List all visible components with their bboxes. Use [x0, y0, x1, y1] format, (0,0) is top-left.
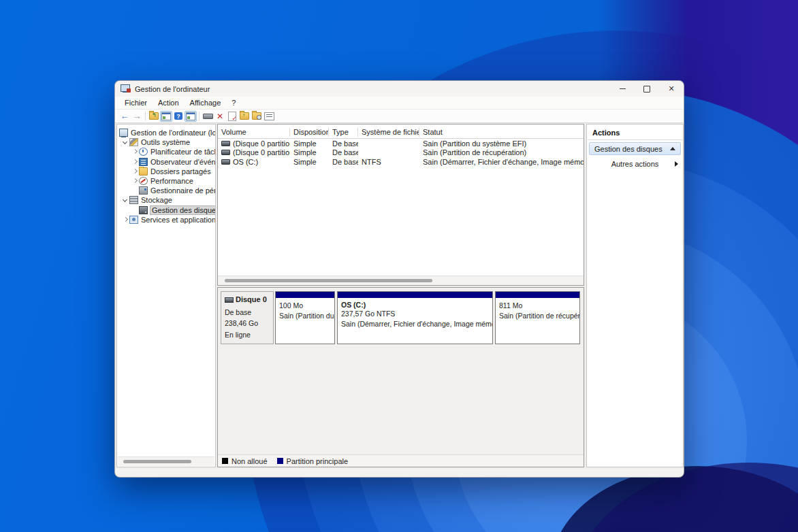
disk-name: Disque 0 — [236, 294, 267, 305]
services-icon — [129, 216, 138, 224]
menu-action[interactable]: Action — [153, 98, 185, 107]
collapse-icon[interactable] — [670, 147, 675, 150]
disk-type: De base — [225, 307, 270, 318]
legend-bar: Non alloué Partition principale — [218, 454, 584, 467]
column-systeme-fichiers[interactable]: Système de fichiers — [358, 128, 419, 137]
actions-pane-title: Actions — [587, 124, 683, 139]
computer-management-app-icon — [121, 84, 131, 93]
chevron-closed-icon[interactable] — [131, 159, 139, 165]
delete-icon[interactable]: ✕ — [214, 111, 226, 122]
chevron-open-icon[interactable] — [122, 197, 129, 203]
column-volume[interactable]: Volume — [218, 128, 290, 137]
volume-row-partition4[interactable]: (Disque 0 partition 4) Simple De base Sa… — [218, 148, 584, 158]
menu-fichier[interactable]: Fichier — [119, 98, 153, 107]
volume-icon — [221, 159, 230, 165]
system-tools-icon — [129, 138, 138, 146]
autres-actions-item[interactable]: Autres actions — [587, 159, 683, 169]
disk-management-icon — [139, 206, 148, 214]
shared-folders-icon — [139, 167, 148, 176]
console-tree-pane: Gestion de l'ordinateur (local) Outils s… — [116, 124, 216, 467]
properties-check-icon[interactable] — [226, 111, 238, 122]
disk-status: En ligne — [225, 329, 270, 340]
partition-recovery[interactable]: 811 Mo Sain (Partition de récupérati — [495, 291, 580, 344]
minimize-button[interactable] — [610, 81, 635, 97]
forward-icon[interactable]: → — [131, 111, 143, 122]
tree-item-planificateur[interactable]: Planificateur de tâches — [117, 147, 215, 156]
tree-item-services-applications[interactable]: Services et applications — [117, 215, 215, 225]
legend-non-alloue: Non alloué — [222, 457, 268, 465]
legend-partition-principale: Partition principale — [277, 457, 349, 465]
chevron-open-icon[interactable] — [122, 139, 129, 146]
tree-scrollbar-thumb[interactable] — [123, 460, 191, 463]
volume-table-header: Volume Disposition Type Système de fichi… — [218, 127, 584, 139]
disk-tool-icon[interactable] — [202, 111, 214, 122]
chevron-closed-icon[interactable] — [122, 216, 129, 223]
volume-horizontal-scrollbar[interactable] — [218, 276, 584, 285]
volume-icon — [221, 141, 230, 146]
volume-row-os-c[interactable]: OS (C:) Simple De base NTFS Sain (Démarr… — [218, 157, 584, 167]
disk-graphical-pane: Disque 0 De base 238,46 Go En ligne 100 … — [217, 287, 584, 467]
toolbar: ← → ↰ ? ✕ ↑ — [115, 110, 684, 123]
volume-row-partition1[interactable]: (Disque 0 partition 1) Simple De base Sa… — [218, 139, 584, 148]
tree-item-computer-management[interactable]: Gestion de l'ordinateur (local) — [117, 128, 215, 137]
maximize-button[interactable] — [635, 81, 659, 97]
computer-icon — [119, 129, 128, 137]
submenu-arrow-icon — [675, 161, 678, 167]
volume-icon — [221, 150, 230, 155]
computer-management-window: Gestion de l'ordinateur ✕ Fichier Action… — [114, 80, 684, 478]
content-area: Gestion de l'ordinateur (local) Outils s… — [115, 122, 684, 469]
disk-icon — [225, 297, 234, 303]
performance-icon — [139, 177, 148, 185]
partition-efi[interactable]: 100 Mo Sain (Partition du — [275, 291, 335, 344]
tree-item-gestion-des-disques[interactable]: Gestion des disques — [117, 205, 215, 215]
console-tree-toggle-icon[interactable] — [160, 111, 172, 122]
tree-item-outils-systeme[interactable]: Outils système — [117, 137, 215, 147]
actions-group-gestion-des-disques[interactable]: Gestion des disques — [589, 142, 681, 155]
disk0-header[interactable]: Disque 0 De base 238,46 Go En ligne — [221, 291, 274, 344]
close-button[interactable]: ✕ — [659, 81, 684, 97]
chevron-closed-icon[interactable] — [131, 148, 139, 155]
tree-item-performance[interactable]: Performance — [117, 176, 215, 186]
close-icon: ✕ — [668, 85, 674, 93]
device-manager-icon — [139, 186, 148, 195]
separator — [588, 139, 682, 140]
title-bar[interactable]: Gestion de l'ordinateur ✕ — [115, 81, 684, 97]
volume-scrollbar-thumb[interactable] — [225, 279, 432, 282]
column-disposition[interactable]: Disposition — [290, 128, 329, 137]
tree-item-dossiers-partages[interactable]: Dossiers partagés — [117, 167, 215, 176]
partition-os-c[interactable]: OS (C:) 237,57 Go NTFS Sain (Démarrer, F… — [337, 291, 493, 344]
menu-help[interactable]: ? — [226, 98, 241, 107]
tree-item-observateur[interactable]: Observateur d'événeme — [117, 157, 215, 167]
maximize-icon — [643, 86, 650, 93]
menu-affichage[interactable]: Affichage — [185, 98, 227, 107]
actions-pane: Actions Gestion des disques Autres actio… — [586, 124, 684, 467]
toolbar-separator — [199, 112, 200, 120]
column-type[interactable]: Type — [329, 128, 358, 137]
help-icon[interactable]: ? — [172, 111, 185, 122]
task-scheduler-icon — [139, 148, 148, 156]
export-folder-icon[interactable]: ↰ — [148, 111, 160, 122]
action-pane-toggle-icon[interactable] — [185, 111, 197, 122]
primary-partition-color-swatch — [277, 458, 283, 464]
details-view-icon[interactable] — [263, 111, 275, 122]
unallocated-color-swatch — [222, 458, 228, 464]
chevron-closed-icon[interactable] — [131, 168, 139, 175]
storage-icon — [129, 196, 138, 204]
column-statut[interactable]: Statut — [419, 128, 584, 137]
folder-search-icon[interactable] — [251, 111, 263, 122]
desktop: Gestion de l'ordinateur ✕ Fichier Action… — [0, 0, 798, 532]
window-title: Gestion de l'ordinateur — [135, 85, 210, 93]
menu-bar: Fichier Action Affichage ? — [115, 97, 684, 110]
partition-color-band — [276, 292, 334, 298]
tree-item-stockage[interactable]: Stockage — [117, 195, 215, 205]
event-viewer-icon — [139, 158, 148, 166]
toolbar-separator — [145, 112, 146, 120]
tree-item-gestionnaire-peripheriques[interactable]: Gestionnaire de périphé — [117, 186, 215, 195]
partition-color-band — [496, 292, 579, 298]
chevron-closed-icon[interactable] — [131, 178, 139, 184]
volume-list-pane: Volume Disposition Type Système de fichi… — [217, 124, 584, 286]
back-icon[interactable]: ← — [118, 111, 131, 122]
tree-horizontal-scrollbar[interactable] — [118, 456, 214, 466]
partition-color-band — [338, 292, 492, 298]
folder-up-icon[interactable]: ↑ — [238, 111, 251, 122]
